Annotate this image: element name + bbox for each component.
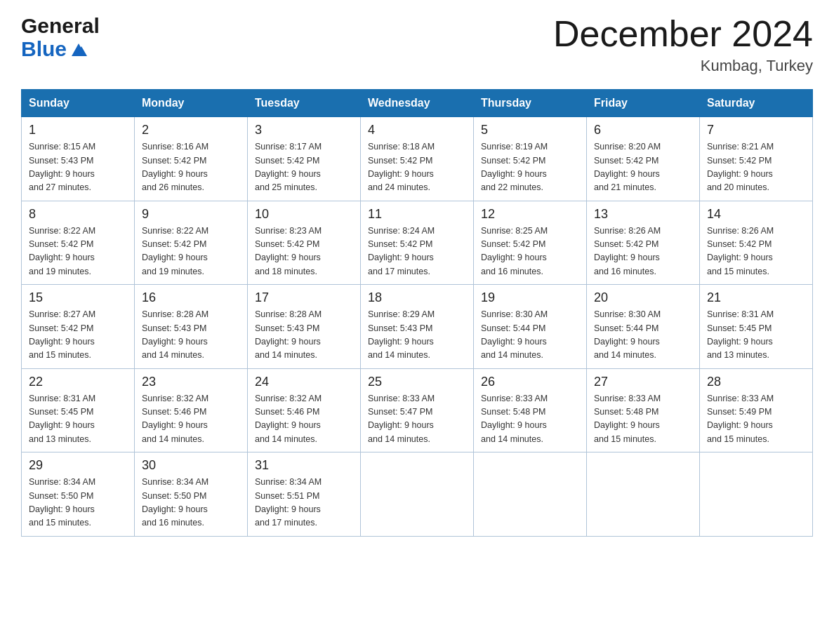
calendar-cell: 29 Sunrise: 8:34 AMSunset: 5:50 PMDaylig… <box>22 452 135 537</box>
calendar-cell: 28 Sunrise: 8:33 AMSunset: 5:49 PMDaylig… <box>700 368 813 452</box>
calendar-cell: 11 Sunrise: 8:24 AMSunset: 5:42 PMDaylig… <box>361 201 474 285</box>
logo: General Blue <box>21 14 100 60</box>
day-info: Sunrise: 8:25 AMSunset: 5:42 PMDaylight:… <box>481 226 548 276</box>
calendar-cell: 13 Sunrise: 8:26 AMSunset: 5:42 PMDaylig… <box>587 201 700 285</box>
day-info: Sunrise: 8:23 AMSunset: 5:42 PMDaylight:… <box>255 226 322 276</box>
day-number: 10 <box>255 207 353 222</box>
day-number: 27 <box>594 375 692 389</box>
day-info: Sunrise: 8:31 AMSunset: 5:45 PMDaylight:… <box>29 394 95 444</box>
day-number: 31 <box>255 458 353 473</box>
weekday-header-tuesday: Tuesday <box>248 90 361 117</box>
calendar-cell: 17 Sunrise: 8:28 AMSunset: 5:43 PMDaylig… <box>248 285 361 369</box>
day-info: Sunrise: 8:21 AMSunset: 5:42 PMDaylight:… <box>707 142 774 192</box>
day-number: 1 <box>29 123 127 137</box>
logo-icon <box>69 42 88 58</box>
day-number: 18 <box>368 290 466 305</box>
day-number: 9 <box>142 207 240 222</box>
day-info: Sunrise: 8:19 AMSunset: 5:42 PMDaylight:… <box>481 142 548 192</box>
day-info: Sunrise: 8:20 AMSunset: 5:42 PMDaylight:… <box>594 142 661 192</box>
day-info: Sunrise: 8:31 AMSunset: 5:45 PMDaylight:… <box>707 309 774 360</box>
calendar-cell: 8 Sunrise: 8:22 AMSunset: 5:42 PMDayligh… <box>22 201 135 285</box>
calendar-cell: 22 Sunrise: 8:31 AMSunset: 5:45 PMDaylig… <box>22 368 135 452</box>
day-number: 17 <box>255 290 353 305</box>
logo-general-text: General <box>21 14 100 37</box>
day-number: 13 <box>594 207 692 222</box>
day-number: 12 <box>481 207 579 222</box>
calendar-cell: 9 Sunrise: 8:22 AMSunset: 5:42 PMDayligh… <box>135 201 248 285</box>
location: Kumbag, Turkey <box>553 57 813 75</box>
weekday-header-wednesday: Wednesday <box>361 90 474 117</box>
calendar-cell: 6 Sunrise: 8:20 AMSunset: 5:42 PMDayligh… <box>587 117 700 201</box>
calendar-week-row: 29 Sunrise: 8:34 AMSunset: 5:50 PMDaylig… <box>22 452 813 537</box>
day-number: 23 <box>142 375 240 389</box>
calendar-week-row: 8 Sunrise: 8:22 AMSunset: 5:42 PMDayligh… <box>22 201 813 285</box>
day-number: 30 <box>142 458 240 473</box>
calendar-week-row: 22 Sunrise: 8:31 AMSunset: 5:45 PMDaylig… <box>22 368 813 452</box>
day-info: Sunrise: 8:26 AMSunset: 5:42 PMDaylight:… <box>707 226 774 276</box>
calendar-week-row: 15 Sunrise: 8:27 AMSunset: 5:42 PMDaylig… <box>22 285 813 369</box>
day-info: Sunrise: 8:18 AMSunset: 5:42 PMDaylight:… <box>368 142 435 192</box>
day-info: Sunrise: 8:33 AMSunset: 5:47 PMDaylight:… <box>368 394 435 444</box>
day-number: 28 <box>707 375 805 389</box>
day-info: Sunrise: 8:26 AMSunset: 5:42 PMDaylight:… <box>594 226 661 276</box>
calendar-cell: 20 Sunrise: 8:30 AMSunset: 5:44 PMDaylig… <box>587 285 700 369</box>
day-number: 3 <box>255 123 353 137</box>
calendar-cell: 16 Sunrise: 8:28 AMSunset: 5:43 PMDaylig… <box>135 285 248 369</box>
logo-blue-text: Blue <box>21 37 100 60</box>
day-info: Sunrise: 8:27 AMSunset: 5:42 PMDaylight:… <box>29 309 95 360</box>
calendar-cell <box>361 452 474 537</box>
day-number: 5 <box>481 123 579 137</box>
calendar-cell: 3 Sunrise: 8:17 AMSunset: 5:42 PMDayligh… <box>248 117 361 201</box>
day-number: 14 <box>707 207 805 222</box>
day-info: Sunrise: 8:17 AMSunset: 5:42 PMDaylight:… <box>255 142 322 192</box>
calendar-cell <box>474 452 587 537</box>
calendar-week-row: 1 Sunrise: 8:15 AMSunset: 5:43 PMDayligh… <box>22 117 813 201</box>
day-number: 29 <box>29 458 127 473</box>
weekday-header-friday: Friday <box>587 90 700 117</box>
calendar-cell: 7 Sunrise: 8:21 AMSunset: 5:42 PMDayligh… <box>700 117 813 201</box>
day-number: 15 <box>29 290 127 305</box>
day-info: Sunrise: 8:33 AMSunset: 5:49 PMDaylight:… <box>707 394 774 444</box>
calendar-cell <box>587 452 700 537</box>
day-number: 2 <box>142 123 240 137</box>
header: General Blue December 2024 Kumbag, Turke… <box>21 14 813 75</box>
day-info: Sunrise: 8:34 AMSunset: 5:51 PMDaylight:… <box>255 477 322 528</box>
day-number: 20 <box>594 290 692 305</box>
day-info: Sunrise: 8:15 AMSunset: 5:43 PMDaylight:… <box>29 142 95 192</box>
calendar-cell <box>700 452 813 537</box>
day-info: Sunrise: 8:33 AMSunset: 5:48 PMDaylight:… <box>481 394 548 444</box>
day-number: 11 <box>368 207 466 222</box>
day-info: Sunrise: 8:24 AMSunset: 5:42 PMDaylight:… <box>368 226 435 276</box>
day-number: 8 <box>29 207 127 222</box>
calendar-cell: 1 Sunrise: 8:15 AMSunset: 5:43 PMDayligh… <box>22 117 135 201</box>
weekday-header-saturday: Saturday <box>700 90 813 117</box>
day-info: Sunrise: 8:32 AMSunset: 5:46 PMDaylight:… <box>255 394 322 444</box>
day-info: Sunrise: 8:34 AMSunset: 5:50 PMDaylight:… <box>142 477 208 528</box>
day-info: Sunrise: 8:28 AMSunset: 5:43 PMDaylight:… <box>142 309 208 360</box>
day-info: Sunrise: 8:28 AMSunset: 5:43 PMDaylight:… <box>255 309 322 360</box>
title-area: December 2024 Kumbag, Turkey <box>553 14 813 75</box>
day-number: 22 <box>29 375 127 389</box>
day-info: Sunrise: 8:29 AMSunset: 5:43 PMDaylight:… <box>368 309 435 360</box>
day-info: Sunrise: 8:34 AMSunset: 5:50 PMDaylight:… <box>29 477 95 528</box>
day-number: 21 <box>707 290 805 305</box>
day-info: Sunrise: 8:30 AMSunset: 5:44 PMDaylight:… <box>481 309 548 360</box>
calendar-header: SundayMondayTuesdayWednesdayThursdayFrid… <box>22 90 813 117</box>
day-number: 26 <box>481 375 579 389</box>
day-info: Sunrise: 8:16 AMSunset: 5:42 PMDaylight:… <box>142 142 208 192</box>
calendar-cell: 5 Sunrise: 8:19 AMSunset: 5:42 PMDayligh… <box>474 117 587 201</box>
calendar-cell: 27 Sunrise: 8:33 AMSunset: 5:48 PMDaylig… <box>587 368 700 452</box>
calendar-cell: 4 Sunrise: 8:18 AMSunset: 5:42 PMDayligh… <box>361 117 474 201</box>
calendar-cell: 15 Sunrise: 8:27 AMSunset: 5:42 PMDaylig… <box>22 285 135 369</box>
day-number: 4 <box>368 123 466 137</box>
calendar-cell: 31 Sunrise: 8:34 AMSunset: 5:51 PMDaylig… <box>248 452 361 537</box>
day-number: 16 <box>142 290 240 305</box>
month-title: December 2024 <box>553 14 813 54</box>
calendar-cell: 14 Sunrise: 8:26 AMSunset: 5:42 PMDaylig… <box>700 201 813 285</box>
day-number: 7 <box>707 123 805 137</box>
weekday-header-sunday: Sunday <box>22 90 135 117</box>
calendar-cell: 18 Sunrise: 8:29 AMSunset: 5:43 PMDaylig… <box>361 285 474 369</box>
day-info: Sunrise: 8:33 AMSunset: 5:48 PMDaylight:… <box>594 394 661 444</box>
day-info: Sunrise: 8:32 AMSunset: 5:46 PMDaylight:… <box>142 394 208 444</box>
calendar-cell: 2 Sunrise: 8:16 AMSunset: 5:42 PMDayligh… <box>135 117 248 201</box>
